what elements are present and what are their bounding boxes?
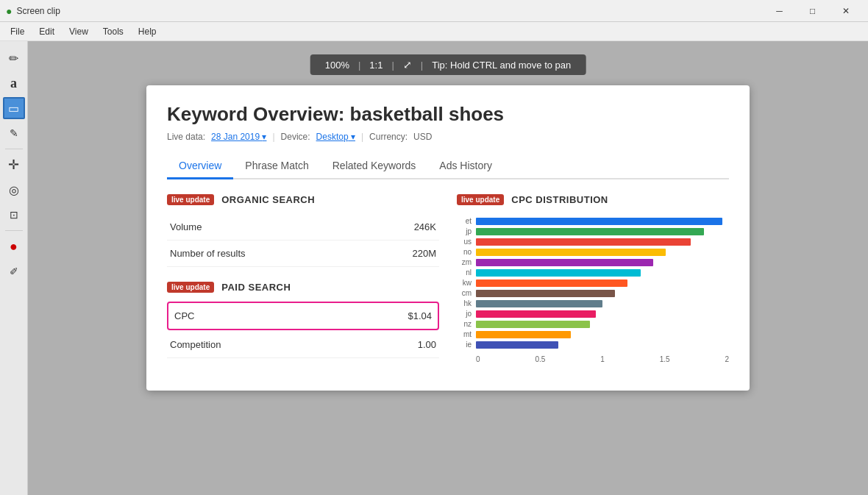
chart-bar-label: mt xyxy=(457,330,472,338)
table-row: Number of results 220M xyxy=(167,241,439,267)
chart-bar-label: jo xyxy=(457,310,472,318)
chart-bar-wrapper xyxy=(476,218,729,225)
chart-bar-fill xyxy=(476,238,691,246)
device-link[interactable]: Desktop ▾ xyxy=(316,132,355,142)
menubar: File Edit View Tools Help xyxy=(0,22,868,41)
text-tool[interactable]: a xyxy=(3,72,25,94)
tick-2: 2 xyxy=(725,355,729,363)
chart-bar-wrapper xyxy=(476,331,729,338)
titlebar-title: Screen clip xyxy=(16,6,763,16)
tab-ads-history[interactable]: Ads History xyxy=(427,154,504,179)
menu-help[interactable]: Help xyxy=(131,25,164,38)
screenshot-card: Keyword Overview: basketball shoes Live … xyxy=(146,85,750,391)
sep2: | xyxy=(391,60,394,71)
cpc-dist-title: CPC DISTRIBUTION xyxy=(511,194,608,205)
target-tool[interactable]: ◎ xyxy=(3,179,25,201)
edit-tool[interactable]: ✐ xyxy=(3,260,25,282)
chart-bar-fill xyxy=(476,310,596,318)
competition-value: 1.00 xyxy=(357,332,439,358)
content-grid: live update ORGANIC SEARCH Volume 246K N… xyxy=(167,194,729,373)
chart-bar-fill xyxy=(476,218,722,225)
volume-value: 246K xyxy=(366,214,439,241)
chart-bar-row: zm xyxy=(457,258,729,266)
chart-bar-wrapper xyxy=(476,238,729,246)
cpc-label: CPC xyxy=(168,303,296,329)
maximize-button[interactable]: □ xyxy=(796,0,829,22)
tabs: Overview Phrase Match Related Keywords A… xyxy=(167,154,729,179)
chart-bar-row: et xyxy=(457,217,729,225)
chart-bar-fill xyxy=(476,228,704,235)
axis-ticks: 0 0.5 1 1.5 2 xyxy=(457,355,729,363)
chart-bar-fill xyxy=(476,341,558,349)
paid-section-header: live update PAID SEARCH xyxy=(167,282,439,293)
chart-bar-fill xyxy=(476,321,590,328)
chart-bar-fill xyxy=(476,259,653,266)
menu-tools[interactable]: Tools xyxy=(96,25,131,38)
date-link[interactable]: 28 Jan 2019 ▾ xyxy=(211,132,266,142)
right-section: live update CPC DISTRIBUTION etjpusnozmn… xyxy=(457,194,729,373)
chart-bar-label: ie xyxy=(457,341,472,349)
chart-bar-wrapper xyxy=(476,321,729,328)
chart-bar-fill xyxy=(476,269,641,277)
volume-label: Volume xyxy=(167,214,366,241)
rectangle-tool[interactable]: ▭ xyxy=(3,97,25,119)
cpc-table: CPC $1.04 xyxy=(168,303,438,329)
canvas-area: 100% | 1:1 | ⤢ | Tip: Hold CTRL and move… xyxy=(28,41,868,495)
chart-bar-wrapper xyxy=(476,279,729,287)
ratio: 1:1 xyxy=(369,60,383,71)
menu-view[interactable]: View xyxy=(62,25,96,38)
paid-live-badge: live update xyxy=(167,282,214,293)
chart-bar-wrapper xyxy=(476,300,729,307)
menu-edit[interactable]: Edit xyxy=(32,25,62,38)
chart-bar-label: zm xyxy=(457,258,472,266)
chart-bar-label: jp xyxy=(457,227,472,235)
tick-15: 1.5 xyxy=(660,355,670,363)
menu-file[interactable]: File xyxy=(3,25,32,38)
live-data-label: Live data: xyxy=(167,132,205,142)
chart-bar-row: mt xyxy=(457,330,729,338)
minimize-button[interactable]: ─ xyxy=(763,0,796,22)
crop-tool[interactable]: ⊡ xyxy=(3,204,25,226)
chart-bar-label: no xyxy=(457,248,472,256)
chart-bar-row: nz xyxy=(457,320,729,328)
pencil-tool[interactable]: ✎ xyxy=(3,122,25,144)
pen-tool[interactable]: ✏ xyxy=(3,47,25,69)
chart-bar-wrapper xyxy=(476,249,729,256)
chart-bar-row: no xyxy=(457,248,729,256)
chart-bar-row: kw xyxy=(457,279,729,287)
chart-bar-fill xyxy=(476,290,615,297)
chart-bar-label: us xyxy=(457,238,472,246)
close-button[interactable]: ✕ xyxy=(829,0,862,22)
titlebar-icon: ● xyxy=(6,5,12,17)
keyword-title: basketball shoes xyxy=(350,103,505,125)
chart-bar-row: jp xyxy=(457,227,729,235)
chart-bar-row: cm xyxy=(457,289,729,297)
organic-section-title: ORGANIC SEARCH xyxy=(221,194,315,205)
organic-section-header: live update ORGANIC SEARCH xyxy=(167,194,439,205)
record-button[interactable]: ● xyxy=(3,235,25,257)
titlebar: ● Screen clip ─ □ ✕ xyxy=(0,0,868,22)
crosshair-tool[interactable]: ✛ xyxy=(3,154,25,176)
organic-live-badge: live update xyxy=(167,194,214,205)
chart-bar-label: nz xyxy=(457,320,472,328)
tab-related-keywords[interactable]: Related Keywords xyxy=(321,154,428,179)
tab-overview[interactable]: Overview xyxy=(167,154,233,179)
titlebar-controls: ─ □ ✕ xyxy=(763,0,862,22)
meta-row: Live data: 28 Jan 2019 ▾ | Device: Deskt… xyxy=(167,132,729,142)
toolbar: ✏ a ▭ ✎ ✛ ◎ ⊡ ● ✐ xyxy=(0,41,28,495)
chart-bar-fill xyxy=(476,279,627,287)
cpc-value: $1.04 xyxy=(296,303,438,329)
table-row: Volume 246K xyxy=(167,214,439,241)
tooltip-bar: 100% | 1:1 | ⤢ | Tip: Hold CTRL and move… xyxy=(310,54,586,75)
tab-phrase-match[interactable]: Phrase Match xyxy=(233,154,320,179)
chart-bar-row: jo xyxy=(457,310,729,318)
chart-bar-wrapper xyxy=(476,290,729,297)
currency-value: USD xyxy=(413,132,432,142)
organic-table: Volume 246K Number of results 220M xyxy=(167,214,439,267)
chart-bar-fill xyxy=(476,331,571,338)
chart-bar-row: us xyxy=(457,238,729,246)
main-area: ✏ a ▭ ✎ ✛ ◎ ⊡ ● ✐ 100% | 1:1 | ⤢ | Tip: … xyxy=(0,41,868,495)
chart-bar-wrapper xyxy=(476,341,729,349)
tooltip-text: Tip: Hold CTRL and move to pan xyxy=(432,60,571,71)
left-section: live update ORGANIC SEARCH Volume 246K N… xyxy=(167,194,439,373)
